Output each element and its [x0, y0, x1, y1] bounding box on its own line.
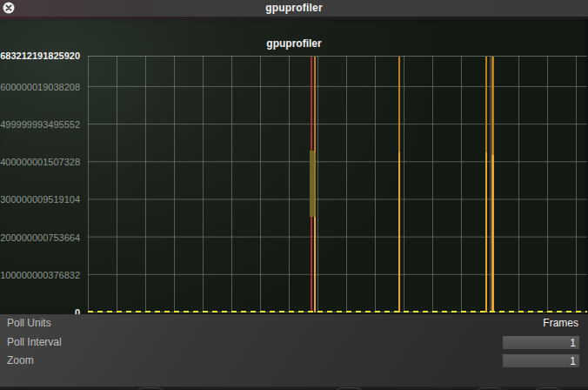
spike-segment	[398, 57, 400, 152]
spike-segment	[314, 152, 316, 218]
chart-region: gpuprofiler 6832121918259206000000190382…	[0, 19, 588, 314]
y-tick-label-0: 683212191825920	[0, 50, 80, 61]
poll-units-value[interactable]: Frames	[543, 317, 578, 329]
spike-segment	[314, 217, 316, 313]
y-tick-label-6: 100000000376832	[0, 270, 80, 280]
poll-interval-input[interactable]	[503, 336, 579, 349]
spike-dmx	[314, 57, 316, 313]
spike-segment	[398, 152, 400, 313]
zero-baseline	[88, 311, 587, 313]
spike-dmx	[398, 57, 400, 313]
spike-segment	[485, 57, 487, 152]
y-tick-label-1: 600000019038208	[0, 82, 80, 92]
y-tick-label-5: 200000000753664	[0, 232, 80, 243]
spike-segment	[491, 155, 494, 313]
spike-dmx	[491, 57, 494, 313]
spike-segment	[491, 57, 494, 155]
gpuprofiler-window: gpuprofiler gpuprofiler 6832121918259206…	[0, 0, 588, 390]
poll-units-label: Poll Units	[7, 317, 51, 329]
window-title: gpuprofiler	[0, 2, 588, 14]
y-tick-label-2: 499999993495552	[0, 119, 80, 130]
y-tick-label-4: 300000009519104	[0, 194, 80, 205]
controls-panel: Poll Units Frames Poll Interval Zoom Pau…	[0, 314, 588, 390]
y-tick-label-3: 400000001507328	[0, 157, 80, 167]
titlebar: gpuprofiler	[0, 0, 588, 17]
spike-dmx	[485, 57, 487, 313]
spike-segment	[314, 57, 316, 152]
y-axis-labels: 6832121918259206000000190382084999999934…	[0, 56, 84, 313]
page-title: gpuprofiler	[0, 37, 588, 50]
poll-interval-label: Poll Interval	[7, 336, 62, 348]
spike-segment	[485, 152, 487, 313]
zoom-input[interactable]	[503, 354, 579, 367]
chart-plot-area	[88, 56, 587, 313]
zoom-label: Zoom	[7, 354, 34, 366]
